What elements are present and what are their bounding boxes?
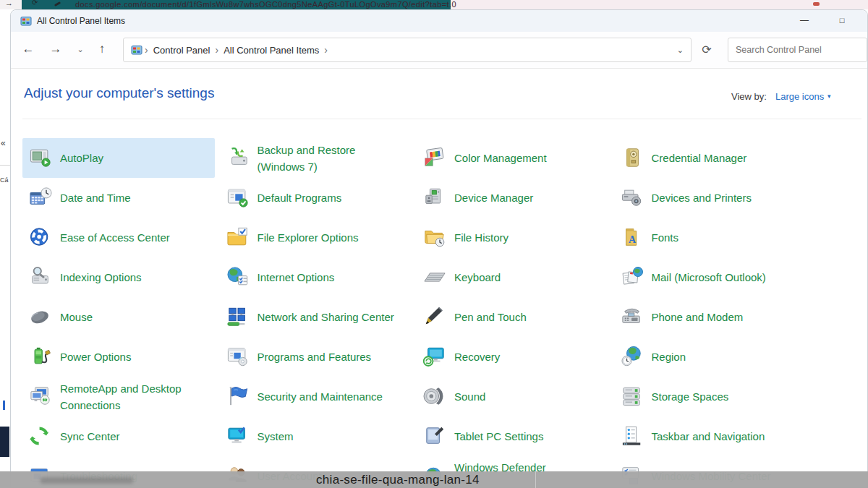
control-panel-item[interactable]: File History — [417, 218, 609, 257]
backup-restore-icon — [226, 147, 252, 170]
control-panel-item[interactable]: Recovery — [417, 337, 609, 377]
control-panel-item-label: Sync Center — [60, 428, 199, 445]
forward-arrow-icon[interactable]: → — [5, 0, 13, 7]
control-panel-item[interactable]: Security and Maintenance — [220, 377, 412, 416]
browser-url-text: docs.google.com/document/d/1fGmlsWu8w7wh… — [75, 0, 456, 9]
control-panel-item-label: Fonts — [652, 229, 791, 246]
divider — [535, 471, 536, 488]
control-panel-item[interactable]: Power Options — [22, 337, 215, 377]
control-panel-item[interactable]: AutoPlay — [22, 138, 215, 178]
browser-strip-right — [451, 0, 868, 9]
control-panel-item-label: Default Programs — [258, 189, 396, 206]
control-panel-item-label: Date and Time — [60, 189, 199, 206]
control-panel-item-label: File Explorer Options — [258, 229, 396, 246]
control-panel-item[interactable]: Phone and Modem — [614, 297, 807, 337]
power-options-icon — [28, 346, 54, 369]
control-panel-item-label: Mouse — [60, 309, 199, 325]
internet-options-icon — [226, 266, 252, 289]
control-panel-grid: AutoPlayBackup and Restore (Windows 7)Co… — [11, 10, 867, 487]
control-panel-item-label: Pen and Touch — [454, 309, 593, 325]
control-panel-item[interactable]: Sync Center — [22, 416, 215, 456]
control-panel-item-label: Color Management — [454, 150, 593, 166]
taskbar-icon — [620, 425, 646, 448]
control-panel-item[interactable]: Taskbar and Navigation — [614, 416, 807, 456]
control-panel-item[interactable]: RemoteApp and Desktop Connections — [22, 377, 215, 416]
control-panel-item[interactable]: System — [220, 416, 412, 456]
dark-panel-fragment — [0, 427, 9, 457]
control-panel-item-label: Mail (Microsoft Outlook) — [652, 269, 791, 286]
default-programs-icon — [226, 187, 252, 210]
recording-dot-icon — [813, 2, 820, 6]
control-panel-item-label: Region — [652, 348, 791, 365]
control-panel-item-label: Power Options — [60, 348, 199, 365]
control-panel-item-label: Recovery — [454, 348, 593, 365]
browser-url-strip: → ⟳ docs.google.com/document/d/1fGmlsWu8… — [0, 0, 868, 9]
control-panel-item[interactable]: Mail (Microsoft Outlook) — [614, 257, 807, 297]
reload-icon[interactable]: ⟳ — [32, 0, 38, 7]
caption-text: chia-se-file-qua-mang-lan-14 — [316, 473, 480, 487]
sync-center-icon — [28, 425, 54, 448]
keyboard-icon — [422, 266, 448, 289]
control-panel-item[interactable]: Mouse — [22, 297, 215, 337]
system-icon — [226, 425, 252, 448]
control-panel-item-label: Indexing Options — [60, 269, 199, 286]
mail-icon — [620, 266, 646, 289]
control-panel-item[interactable]: Storage Spaces — [614, 377, 807, 416]
devices-printers-icon — [620, 187, 646, 210]
date-time-icon — [28, 187, 54, 210]
control-panel-item[interactable]: Sound — [417, 377, 609, 416]
control-panel-item-label: Sound — [454, 388, 593, 405]
control-panel-item-label: System — [258, 428, 396, 445]
control-panel-item[interactable]: Backup and Restore (Windows 7) — [220, 138, 412, 178]
control-panel-item[interactable]: Pen and Touch — [417, 297, 609, 337]
file-explorer-options-icon — [226, 226, 252, 249]
control-panel-item[interactable]: Region — [614, 337, 807, 377]
control-panel-item[interactable]: AFonts — [614, 218, 807, 257]
control-panel-item-label: RemoteApp and Desktop Connections — [60, 380, 199, 414]
control-panel-item[interactable]: Default Programs — [220, 178, 412, 218]
caption-smudge — [41, 477, 133, 484]
control-panel-item-label: Tablet PC Settings — [454, 428, 593, 445]
control-panel-item[interactable]: Devices and Printers — [614, 178, 807, 218]
control-panel-item[interactable]: Programs and Features — [220, 337, 412, 377]
key-icon — [54, 1, 61, 7]
control-panel-item[interactable]: Indexing Options — [22, 257, 215, 297]
tablet-pc-icon — [422, 425, 448, 448]
control-panel-item-label: Credential Manager — [652, 150, 791, 166]
control-panel-item-label: Backup and Restore (Windows 7) — [258, 142, 396, 175]
control-panel-item-label: Device Manager — [454, 189, 593, 206]
divider — [0, 165, 10, 166]
recovery-icon — [422, 346, 448, 369]
control-panel-item-label: Programs and Features — [258, 348, 396, 365]
control-panel-item-label: File History — [454, 229, 593, 246]
control-panel-item[interactable]: Network and Sharing Center — [220, 297, 412, 337]
control-panel-item[interactable]: Color Management — [417, 138, 609, 178]
sound-icon — [422, 385, 448, 408]
pen-touch-icon — [422, 306, 448, 329]
indexing-options-icon — [28, 266, 54, 289]
control-panel-item-label: Internet Options — [258, 269, 396, 286]
control-panel-item[interactable]: Credential Manager — [614, 138, 807, 178]
control-panel-item[interactable]: Internet Options — [220, 257, 412, 297]
control-panel-item[interactable]: Device Manager — [417, 178, 609, 218]
region-icon — [620, 346, 646, 369]
sidebar-text-fragment: Cá — [0, 176, 9, 184]
control-panel-item[interactable]: File Explorer Options — [220, 218, 412, 257]
mouse-icon — [28, 306, 54, 329]
control-panel-window: All Control Panel Items — □ ← → ⌄ ↑ ›Con… — [10, 9, 868, 488]
control-panel-item-label: Devices and Printers — [652, 189, 791, 206]
control-panel-item[interactable]: Ease of Access Center — [22, 218, 215, 257]
control-panel-item-label: Ease of Access Center — [60, 229, 199, 246]
control-panel-item-label: Phone and Modem — [652, 309, 791, 325]
remoteapp-icon — [28, 385, 54, 408]
control-panel-item[interactable]: Tablet PC Settings — [417, 416, 609, 456]
collapse-sidebar-icon[interactable]: « — [1, 138, 6, 148]
storage-spaces-icon — [620, 385, 646, 408]
control-panel-item[interactable]: Date and Time — [22, 178, 215, 218]
control-panel-item-label: Security and Maintenance — [258, 388, 396, 405]
control-panel-item-label: Keyboard — [454, 269, 593, 286]
ease-of-access-icon — [28, 226, 54, 249]
file-history-icon — [422, 226, 448, 249]
control-panel-item-label: Network and Sharing Center — [258, 309, 396, 325]
control-panel-item[interactable]: Keyboard — [417, 257, 609, 297]
